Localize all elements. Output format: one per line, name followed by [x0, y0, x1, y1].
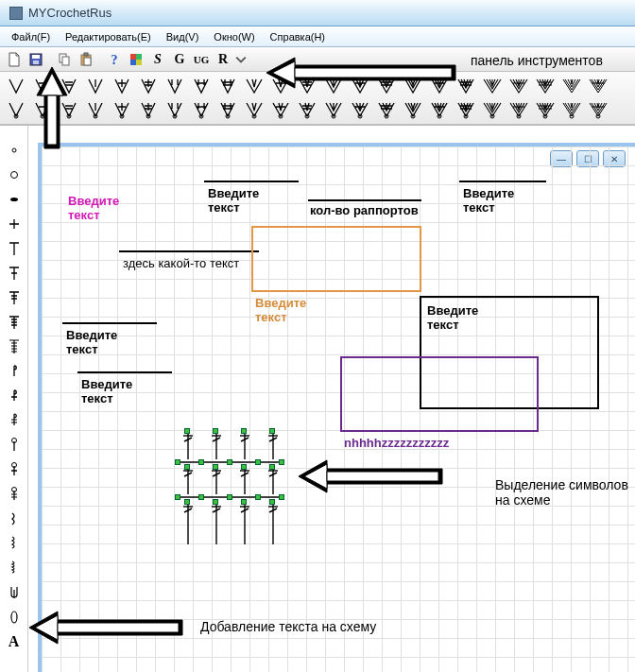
- text-placeholder[interactable]: Введитетекст: [427, 303, 478, 332]
- tool-tcross-icon[interactable]: [3, 262, 26, 284]
- vsymbol2-icon[interactable]: [242, 97, 266, 121]
- text-nhz[interactable]: nhhhhzzzzzzzzzzz: [344, 436, 449, 450]
- selection-handle[interactable]: [269, 428, 275, 434]
- vsymbol-icon[interactable]: [559, 74, 584, 97]
- vsymbol-icon[interactable]: [189, 74, 214, 97]
- vsymbol2-icon[interactable]: [189, 97, 214, 121]
- selection-handle[interactable]: [213, 428, 218, 434]
- dropdown-arrow-icon[interactable]: [234, 49, 248, 70]
- vsymbol-icon[interactable]: [110, 74, 134, 97]
- tool-g-button[interactable]: G: [169, 49, 190, 70]
- selection-handle[interactable]: [175, 459, 180, 465]
- tool-circle-icon[interactable]: [3, 164, 26, 186]
- tool-ug-button[interactable]: UG: [191, 49, 212, 70]
- selection-handle[interactable]: [279, 459, 284, 465]
- selection-handle[interactable]: [227, 494, 232, 500]
- tool-circle-small-icon[interactable]: [3, 139, 26, 162]
- tool-ttriple-icon[interactable]: [3, 311, 26, 334]
- menu-window[interactable]: Окно(W): [206, 29, 262, 44]
- vsymbol-icon[interactable]: [83, 74, 108, 97]
- color-grid-button[interactable]: [126, 49, 146, 70]
- selection-handle[interactable]: [241, 499, 247, 505]
- selection-handle[interactable]: [198, 494, 204, 500]
- menu-file[interactable]: Файл(F): [4, 29, 58, 44]
- menu-view[interactable]: Вид(V): [159, 29, 207, 44]
- selection-handle[interactable]: [255, 494, 261, 500]
- tool-hook2-icon[interactable]: [3, 385, 26, 407]
- vsymbol2-icon[interactable]: [427, 97, 452, 121]
- selection-handle[interactable]: [184, 428, 190, 434]
- vsymbol-icon[interactable]: [215, 74, 240, 97]
- vsymbol2-icon[interactable]: [559, 97, 584, 121]
- tool-hook3-icon[interactable]: [3, 409, 26, 432]
- selection-handle[interactable]: [241, 464, 247, 470]
- vsymbol2-icon[interactable]: [586, 97, 610, 121]
- tool-hookring2-icon[interactable]: [3, 458, 26, 481]
- selection-handle[interactable]: [227, 459, 232, 465]
- selection-handle[interactable]: [269, 499, 275, 505]
- tool-wave1-icon[interactable]: [3, 508, 26, 530]
- tool-hookring-icon[interactable]: [3, 434, 26, 457]
- selection-handle[interactable]: [255, 459, 261, 465]
- selection-handle[interactable]: [184, 464, 190, 470]
- menu-edit[interactable]: Редактировать(E): [58, 29, 159, 44]
- menu-help[interactable]: Справка(H): [263, 29, 333, 44]
- vsymbol2-icon[interactable]: [454, 97, 478, 121]
- selection-handle[interactable]: [184, 499, 190, 505]
- selected-stitch-group[interactable]: [174, 426, 287, 549]
- vsymbol2-icon[interactable]: [506, 97, 531, 121]
- tool-tquad-icon[interactable]: [3, 336, 26, 358]
- tool-plus-icon[interactable]: [3, 213, 26, 235]
- selection-handle[interactable]: [175, 494, 180, 500]
- tool-wave2-icon[interactable]: [3, 532, 26, 555]
- vsymbol2-icon[interactable]: [110, 97, 134, 121]
- vsymbol2-icon[interactable]: [348, 97, 372, 121]
- vsymbol2-icon[interactable]: [321, 97, 346, 121]
- vsymbol2-icon[interactable]: [268, 97, 293, 121]
- vsymbol2-icon[interactable]: [480, 97, 505, 121]
- tool-hookring3-icon[interactable]: [3, 483, 26, 506]
- text-sometext[interactable]: здесь какой-то текст: [123, 256, 239, 270]
- selection-handle[interactable]: [279, 494, 284, 500]
- vsymbol-icon[interactable]: [4, 74, 28, 97]
- tool-tdouble-icon[interactable]: [3, 286, 26, 309]
- text-placeholder[interactable]: Введитетекст: [208, 186, 259, 215]
- vsymbol-icon[interactable]: [533, 74, 558, 97]
- vsymbol2-icon[interactable]: [136, 97, 161, 121]
- tool-text-button[interactable]: A: [3, 630, 26, 653]
- selection-handle[interactable]: [213, 499, 218, 505]
- vsymbol2-icon[interactable]: [401, 97, 425, 121]
- vsymbol-icon[interactable]: [163, 74, 187, 97]
- vsymbol2-icon[interactable]: [4, 97, 28, 121]
- text-rapport[interactable]: кол-во раппортов: [310, 203, 419, 217]
- vsymbol2-icon[interactable]: [83, 97, 108, 121]
- text-placeholder[interactable]: Введитетекст: [68, 194, 119, 222]
- tool-r-button[interactable]: R: [213, 49, 233, 70]
- tool-wave3-icon[interactable]: [3, 557, 26, 579]
- tool-t-icon[interactable]: [3, 237, 26, 260]
- selection-handle[interactable]: [213, 464, 218, 470]
- vsymbol-icon[interactable]: [480, 74, 505, 97]
- text-placeholder[interactable]: Введитетекст: [66, 328, 117, 356]
- selection-handle[interactable]: [241, 428, 247, 434]
- tool-oval-icon[interactable]: [3, 606, 26, 629]
- tool-u-icon[interactable]: [3, 581, 26, 604]
- selection-handle[interactable]: [269, 464, 275, 470]
- help-button[interactable]: ?: [104, 49, 125, 70]
- tool-hook1-icon[interactable]: [3, 360, 26, 383]
- new-file-button[interactable]: [4, 49, 25, 70]
- tool-dot-icon[interactable]: [3, 188, 26, 211]
- vsymbol2-icon[interactable]: [374, 97, 399, 121]
- selection-handle[interactable]: [198, 459, 204, 465]
- vsymbol-icon[interactable]: [242, 74, 266, 97]
- orange-selection-box[interactable]: [251, 226, 421, 292]
- vsymbol2-icon[interactable]: [163, 97, 187, 121]
- text-placeholder[interactable]: Введитетекст: [81, 377, 132, 405]
- vsymbol2-icon[interactable]: [533, 97, 558, 121]
- tool-s-button[interactable]: S: [147, 49, 168, 70]
- vsymbol-icon[interactable]: [136, 74, 161, 97]
- paste-button[interactable]: [76, 49, 96, 70]
- vsymbol-icon[interactable]: [506, 74, 531, 97]
- text-placeholder[interactable]: Введитетекст: [463, 186, 514, 215]
- text-placeholder-orange[interactable]: Введитетекст: [255, 296, 306, 324]
